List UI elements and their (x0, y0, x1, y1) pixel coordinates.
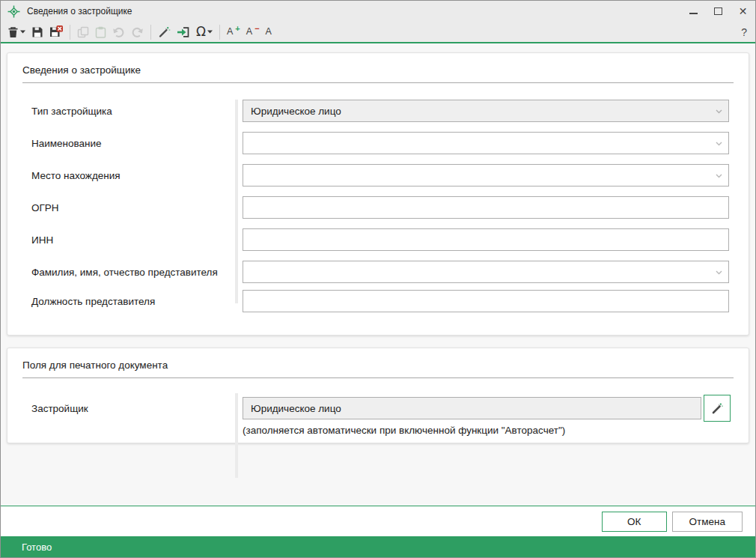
redo-button[interactable] (128, 23, 147, 41)
undo-button[interactable] (109, 23, 128, 41)
field-label: Наименование (31, 132, 236, 154)
form-row: Наименование (31, 132, 726, 154)
field-label: ОГРН (31, 196, 236, 219)
save-remove-icon (49, 25, 63, 38)
name-combobox[interactable] (243, 132, 729, 154)
section-title: Сведения о застройщике (7, 53, 749, 78)
ogrn-input[interactable] (243, 196, 729, 219)
form-row: Тип застройщика Юридическое лицо (31, 100, 726, 122)
field-label: ИНН (31, 228, 236, 251)
copy-icon (77, 26, 89, 38)
letter-a-icon: A (246, 27, 252, 37)
insert-transfer-button[interactable] (174, 23, 193, 41)
close-button[interactable]: ✕ (731, 1, 755, 22)
omega-icon: Ω (196, 25, 206, 38)
save-button[interactable] (28, 23, 46, 41)
section-title: Поля для печатного документа (7, 348, 749, 373)
form-rows: Тип застройщика Юридическое лицо Наимено… (7, 83, 749, 312)
close-icon: ✕ (739, 6, 748, 16)
combobox-value: Юридическое лицо (251, 106, 341, 117)
font-increase-button[interactable]: A+ (224, 23, 243, 41)
paste-icon (95, 26, 106, 38)
field-value: Юридическое лицо (251, 403, 341, 414)
autofill-field-button[interactable] (704, 395, 731, 422)
dialog-window: Сведения о застройщике ✕ (0, 0, 756, 558)
trash-icon (7, 26, 19, 38)
chevron-down-icon (20, 30, 25, 34)
form-row: ИНН (31, 228, 726, 251)
letter-a-icon: A (227, 27, 233, 37)
inn-input[interactable] (243, 228, 729, 251)
footer-button-bar: ОК Отмена (1, 506, 755, 536)
chevron-down-icon[interactable] (716, 270, 722, 275)
cancel-button[interactable]: Отмена (672, 512, 743, 532)
omega-symbol-button[interactable]: Ω (193, 23, 216, 41)
statusbar: Готово (1, 536, 755, 557)
form-row: Должность представителя (31, 290, 726, 312)
undo-icon (112, 26, 125, 38)
toolbar: Ω A+ A− A ? (1, 22, 755, 42)
magic-wand-icon (710, 401, 724, 415)
window-title: Сведения о застройщике (27, 6, 132, 16)
copy-button[interactable] (74, 23, 92, 41)
developer-readonly-field: Юридическое лицо (243, 397, 701, 419)
chevron-down-icon[interactable] (716, 142, 722, 146)
font-normal-button[interactable]: A (263, 23, 275, 41)
import-arrow-icon (177, 26, 190, 38)
form-row: ОГРН (31, 196, 726, 219)
save-remove-button[interactable] (46, 23, 66, 41)
toolbar-separator (219, 25, 220, 40)
representative-position-input[interactable] (243, 290, 729, 312)
toolbar-separator (70, 25, 70, 40)
chevron-down-icon[interactable] (716, 174, 722, 178)
maximize-button[interactable] (706, 1, 731, 22)
representative-name-combobox[interactable] (243, 261, 729, 283)
maximize-icon (714, 7, 722, 15)
field-label: Фамилия, имя, отчество представителя (31, 261, 236, 283)
app-compass-icon (7, 5, 20, 18)
developer-type-combobox[interactable]: Юридическое лицо (243, 100, 729, 122)
form-rows: Застройщик Юридическое лицо (7, 378, 749, 436)
window-controls: ✕ (681, 1, 755, 22)
redo-icon (131, 26, 144, 38)
location-combobox[interactable] (243, 164, 729, 186)
delete-button[interactable] (4, 23, 28, 41)
section-developer-info: Сведения о застройщике Тип застройщика Ю… (7, 52, 749, 336)
ok-button[interactable]: ОК (602, 512, 667, 532)
field-label: Место нахождения (31, 164, 236, 186)
magic-wand-icon (158, 25, 171, 38)
minimize-icon (689, 13, 698, 14)
help-button[interactable]: ? (741, 26, 747, 38)
form-row: Фамилия, имя, отчество представителя (31, 261, 726, 283)
minimize-button[interactable] (681, 1, 706, 22)
autofill-wand-button[interactable] (155, 23, 174, 41)
field-label: Должность представителя (31, 290, 236, 312)
field-label: Тип застройщика (31, 100, 236, 122)
toolbar-separator (150, 25, 151, 40)
save-icon (31, 26, 43, 38)
titlebar: Сведения о застройщике ✕ (1, 1, 755, 22)
form-row: Застройщик Юридическое лицо (31, 395, 726, 422)
content-area: Сведения о застройщике Тип застройщика Ю… (1, 43, 755, 506)
paste-button[interactable] (92, 23, 109, 41)
status-text: Готово (22, 542, 52, 553)
minus-icon: − (254, 25, 259, 33)
section-print-fields: Поля для печатного документа Застройщик … (7, 348, 749, 443)
chevron-down-icon (207, 30, 213, 34)
letter-a-icon: A (266, 27, 272, 37)
form-row: Место нахождения (31, 164, 726, 186)
autofill-note: (заполняется автоматически при включенно… (243, 425, 726, 436)
field-label: Застройщик (31, 395, 236, 422)
plus-icon: + (235, 25, 240, 33)
font-decrease-button[interactable]: A− (243, 23, 263, 41)
chevron-down-icon[interactable] (716, 109, 722, 114)
